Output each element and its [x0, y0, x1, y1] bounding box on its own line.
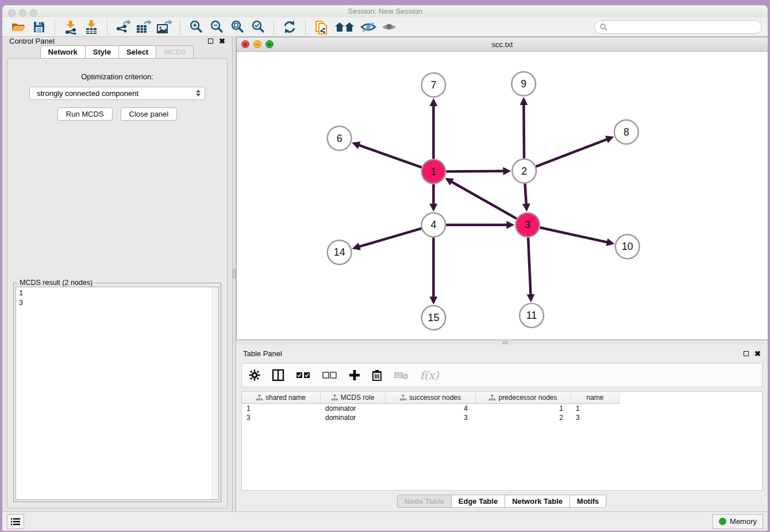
network-canvas[interactable]: 7968124314101511	[237, 52, 768, 340]
zoom-in-button[interactable]	[187, 19, 205, 35]
graph-edge-2-8[interactable]	[536, 139, 609, 167]
table-cell[interactable]: 3	[242, 413, 321, 422]
graph-node-label-10: 10	[622, 241, 633, 252]
export-image-button[interactable]	[156, 19, 173, 35]
delete-table-button[interactable]	[394, 367, 409, 384]
column-label: MCDS role	[341, 394, 375, 402]
table-header-row: shared nameMCDS rolesuccessor nodesprede…	[242, 392, 762, 404]
add-row-button[interactable]	[349, 367, 360, 384]
tab-node-table[interactable]: Node Table	[397, 495, 452, 508]
graph-edge-2-9[interactable]	[523, 103, 524, 159]
zoom-out-button[interactable]	[208, 19, 225, 35]
splitter-grip[interactable]	[233, 269, 236, 278]
toolbar-separator	[107, 20, 107, 34]
graph-arrowhead	[522, 203, 530, 211]
column-label: name	[586, 394, 603, 402]
graph-edge-3-1[interactable]	[451, 181, 517, 218]
column-header-MCDS-role[interactable]: MCDS role	[321, 392, 386, 404]
tab-style[interactable]: Style	[85, 45, 119, 59]
network-maximize-button[interactable]: +	[265, 40, 274, 48]
column-header-successor-nodes[interactable]: successor nodes	[386, 392, 476, 404]
table-cell[interactable]: dominator	[321, 413, 386, 422]
plus-icon	[349, 369, 360, 381]
select-all-rows-button[interactable]	[296, 367, 311, 384]
horizontal-splitter[interactable]	[236, 340, 768, 345]
graph-edge-1-2[interactable]	[446, 171, 505, 172]
tab-select[interactable]: Select	[118, 45, 156, 59]
mcds-result-text[interactable]: 1 3	[16, 287, 219, 500]
show-all-button[interactable]	[380, 19, 398, 35]
close-window-button[interactable]	[8, 9, 16, 17]
minimize-window-button[interactable]	[19, 9, 26, 17]
table-cell[interactable]: 4	[386, 404, 476, 413]
mcds-result-scrollbar[interactable]	[212, 287, 218, 499]
zoom-selected-button[interactable]	[249, 19, 267, 35]
column-header-shared-name[interactable]: shared name	[242, 392, 321, 404]
run-mcds-button[interactable]: Run MCDS	[57, 107, 113, 121]
control-panel-tabs: Network Style Select MCDS	[2, 45, 232, 59]
graph-edge-3-10[interactable]	[540, 228, 609, 242]
vertical-splitter[interactable]	[232, 37, 236, 511]
table-cell[interactable]: dominator	[321, 404, 386, 413]
graph-edge-4-14[interactable]	[358, 229, 421, 247]
graph-edge-1-6[interactable]	[357, 145, 421, 167]
go-home-button[interactable]	[333, 19, 356, 35]
unselect-all-rows-button[interactable]	[322, 367, 337, 384]
table-settings-button[interactable]	[249, 367, 260, 384]
function-builder-button[interactable]: f(x)	[420, 367, 439, 384]
close-panel-icon[interactable]: ✖	[219, 37, 225, 45]
export-table-button[interactable]	[135, 19, 152, 35]
search-input[interactable]	[594, 20, 762, 34]
save-session-button[interactable]	[30, 19, 48, 35]
network-minimize-button[interactable]: −	[253, 40, 261, 48]
export-table-icon	[136, 20, 152, 34]
mcds-result-lines: 1 3	[19, 289, 23, 307]
maximize-window-button[interactable]	[30, 9, 37, 17]
close-table-panel-icon[interactable]: ✖	[754, 350, 761, 357]
import-table-button[interactable]	[83, 19, 100, 35]
main-toolbar	[2, 17, 768, 37]
open-session-button[interactable]	[10, 19, 27, 35]
memory-status-icon	[719, 518, 726, 525]
table-cell[interactable]: 1	[476, 404, 571, 413]
fit-content-button[interactable]	[229, 19, 246, 35]
table-row[interactable]: 3dominator323	[242, 413, 762, 422]
float-panel-icon[interactable]	[208, 38, 213, 44]
memory-button[interactable]: Memory	[713, 514, 763, 529]
table-body: 1dominator4113dominator323	[242, 404, 762, 422]
float-table-panel-icon[interactable]	[744, 351, 749, 356]
column-header-predecessor-nodes[interactable]: predecessor nodes	[476, 392, 571, 404]
table-cell[interactable]: 1	[571, 404, 619, 413]
criterion-dropdown[interactable]: strongly connected component	[29, 87, 205, 100]
export-network-button[interactable]	[114, 19, 132, 35]
tab-mcds[interactable]: MCDS	[156, 45, 194, 59]
table-cell[interactable]: 1	[242, 404, 321, 413]
table-cell[interactable]: 3	[386, 413, 476, 422]
graph-edge-2-3[interactable]	[525, 183, 526, 205]
graph-node-label-1: 1	[430, 166, 436, 178]
tab-motifs[interactable]: Motifs	[569, 495, 606, 508]
tab-network[interactable]: Network	[40, 45, 86, 59]
column-header-name[interactable]: name	[571, 392, 619, 404]
splitter-grip[interactable]	[502, 341, 508, 344]
table-row[interactable]: 1dominator411	[242, 404, 762, 413]
network-graph[interactable]: 7968124314101511	[237, 52, 768, 340]
graph-edge-3-11[interactable]	[528, 237, 530, 296]
delete-row-button[interactable]	[372, 367, 382, 384]
tab-network-table[interactable]: Network Table	[505, 495, 570, 508]
close-panel-button[interactable]: Close panel	[121, 107, 178, 121]
show-column-button[interactable]	[272, 367, 284, 384]
hide-unselected-button[interactable]	[360, 19, 377, 35]
toolbar-separator	[274, 20, 274, 34]
table-cell[interactable]: 3	[571, 413, 619, 422]
toolbar-separator	[55, 20, 55, 34]
show-panels-button[interactable]	[7, 514, 24, 529]
tab-edge-table[interactable]: Edge Table	[451, 495, 505, 508]
network-close-button[interactable]: ✕	[241, 40, 249, 48]
table-panel: Table Panel ✖	[236, 345, 768, 511]
refresh-view-button[interactable]	[281, 19, 298, 35]
import-network-button[interactable]	[62, 19, 79, 35]
table-cell[interactable]: 2	[476, 413, 571, 422]
clone-network-button[interactable]	[313, 19, 330, 35]
graph-node-label-7: 7	[430, 79, 436, 91]
